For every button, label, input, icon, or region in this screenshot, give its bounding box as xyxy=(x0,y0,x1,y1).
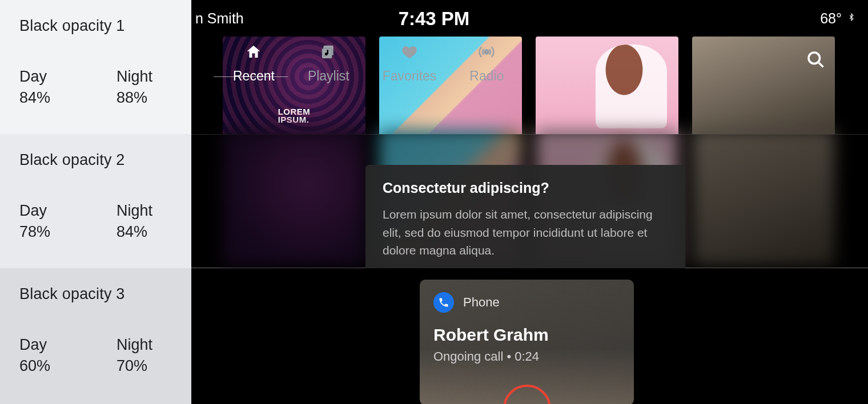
tab-recent[interactable]: Recent xyxy=(233,43,275,84)
tooltip-body: Lorem ipsum dolor sit amet, consectetur … xyxy=(383,205,668,260)
opacity-night-value: 88% xyxy=(116,89,168,107)
tab-label: Favorites xyxy=(383,68,437,84)
svg-line-7 xyxy=(819,63,823,67)
search-icon xyxy=(805,62,826,71)
call-status: Ongoing call • 0:24 xyxy=(433,349,620,364)
phone-app-name: Phone xyxy=(463,295,500,310)
opacity-day-label: Day xyxy=(19,68,71,86)
opacity-day-label: Day xyxy=(19,202,71,220)
svg-point-6 xyxy=(809,52,820,64)
phone-card[interactable]: Phone Robert Grahm Ongoing call • 0:24 xyxy=(420,280,634,404)
media-tile-3[interactable] xyxy=(536,37,678,134)
playlist-icon xyxy=(320,43,337,63)
media-tabs: Recent Playlist Favorites Radio xyxy=(233,43,504,84)
opacity-sidebar: Black opacity 1 Day 84% Night 88% Black … xyxy=(0,0,191,404)
opacity-section-1: Black opacity 1 Day 84% Night 88% xyxy=(0,0,191,134)
status-user: n Smith xyxy=(195,10,244,27)
tile-logo-line1: LOREM xyxy=(278,107,311,116)
heart-icon xyxy=(401,43,418,63)
tab-favorites[interactable]: Favorites xyxy=(383,43,437,84)
opacity-day-label: Day xyxy=(19,336,71,354)
opacity-title: Black opacity 2 xyxy=(19,151,172,169)
caller-name: Robert Grahm xyxy=(433,325,620,345)
tab-radio[interactable]: Radio xyxy=(469,43,504,84)
opacity-night-label: Night xyxy=(116,336,168,354)
bluetooth-icon xyxy=(847,10,855,27)
opacity-section-3: Black opacity 3 Day 60% Night 70% xyxy=(0,268,191,404)
end-call-button[interactable] xyxy=(503,385,551,404)
opacity-night-label: Night xyxy=(116,202,168,220)
opacity-night-value: 70% xyxy=(116,357,168,375)
phone-app-icon xyxy=(433,292,454,313)
search-button[interactable] xyxy=(805,49,826,72)
svg-rect-4 xyxy=(327,50,329,54)
opacity-day-value: 60% xyxy=(19,357,71,375)
tooltip-title: Consectetur adipiscing? xyxy=(383,180,668,196)
opacity-section-2: Black opacity 2 Day 78% Night 84% xyxy=(0,134,191,268)
opacity-title: Black opacity 3 xyxy=(19,285,172,303)
tab-label: Radio xyxy=(469,68,504,84)
home-icon xyxy=(245,43,262,63)
tab-underline xyxy=(214,76,288,77)
tile-logo: LOREM IPSUM. xyxy=(278,108,311,124)
opacity-night-label: Night xyxy=(116,68,168,86)
svg-point-5 xyxy=(485,50,489,54)
opacity-day-value: 78% xyxy=(19,223,71,241)
tooltip-card: Consectetur adipiscing? Lorem ipsum dolo… xyxy=(365,165,685,270)
status-temperature: 68° xyxy=(820,10,842,27)
tab-playlist[interactable]: Playlist xyxy=(308,43,349,84)
radio-icon xyxy=(478,43,495,63)
tile-logo-line2: IPSUM. xyxy=(278,115,310,124)
tab-label: Playlist xyxy=(308,68,349,84)
opacity-title: Black opacity 1 xyxy=(19,17,172,35)
opacity-night-value: 84% xyxy=(116,223,168,241)
opacity-day-value: 84% xyxy=(19,89,71,107)
status-clock: 7:43 PM xyxy=(399,8,470,30)
